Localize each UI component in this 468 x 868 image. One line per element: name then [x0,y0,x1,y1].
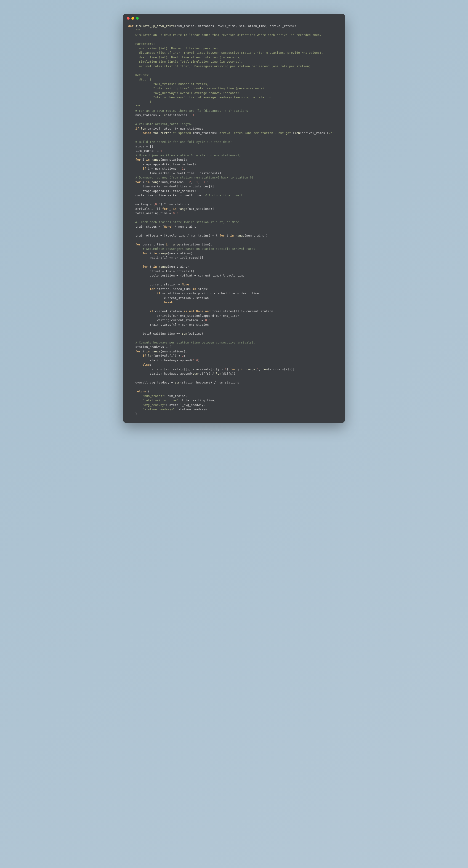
fstring: arrival rates (one per station), but got [218,131,293,134]
code-line: time_marker += dwell_time + distances[i] [150,172,221,175]
code-line: waiting[i] += arrival_rates[i] [150,256,204,259]
code-line: (num_stations): [160,350,187,353]
kw-if: if [157,291,160,295]
number: 0.0 [205,318,211,322]
params: (num_trains, distances, dwell_time, simu… [175,24,297,28]
code-line: station_headways.append( [150,359,193,362]
number: 2 [182,354,184,358]
code-line: (simulation_time): [180,243,212,246]
code-line: i [148,252,153,255]
code-line: (diffs)) [221,372,236,375]
code-line: current_time [141,243,166,246]
code-line: _ [167,207,173,211]
code-line: arrivals[current_station].append(current… [157,314,239,317]
kw-return: return [135,390,146,393]
number: 0.0 [193,359,198,362]
kw-else: else [143,363,150,366]
builtin-range: range [150,350,160,353]
kw-break: break [164,301,173,304]
kw-for: for [150,287,155,291]
fstring: ." [329,131,332,134]
code-line: (waiting) [187,332,203,335]
kw-none: None [164,225,171,228]
kw-in: in [173,207,177,211]
comment: # Track each train's state (which statio… [135,220,243,224]
kw-in: in [153,265,157,268]
builtin-len: len [139,127,146,130]
code-line: station_headways.append( [150,372,193,375]
code-line: arrivals = [[] [135,207,162,211]
code-line: station_headways = [] [135,345,173,348]
kw-for: for [135,180,141,184]
minimize-icon[interactable] [131,17,134,20]
comment: # For an up-down route, there are (len(d… [135,109,250,113]
code-line: station, sched_time [155,287,192,291]
doc-line: "num_trains": number of trains, [128,82,209,86]
doc-line: num_trains (int): Number of trains opera… [128,46,219,50]
dict-key: "num_trains" [143,394,164,398]
doc-line: simulation_time (int): Total simulation … [128,60,243,63]
number: 1 [204,180,205,184]
builtin-range: range [150,180,160,184]
dict-key: "total_waiting_time" [143,399,179,402]
comment: # Upward journey (from station 0 to stat… [135,154,241,157]
code-line: ( [255,368,257,371]
kw-none: None [194,309,204,313]
kw-in: in [146,180,150,184]
code-line: train_states[t] = current_station [150,323,209,327]
number: 0.0 [173,211,178,215]
kw-for: for [135,243,141,246]
code-line: (arrivals[i]))] [268,368,294,371]
close-icon[interactable] [127,17,130,20]
builtin-len: len [216,372,221,375]
code-line: current_station = [150,283,182,286]
doc-line: arrival_rates (list of float): Passenger… [128,64,312,68]
doc-line: Simulates an up-down route (a linear rou… [128,33,321,37]
code-line: waiting = [ [135,203,155,206]
doc-line: } [128,100,152,103]
code-line: (arrivals[i]) < [153,354,182,358]
builtin-sum: sum [182,332,187,335]
builtin-sum: sum [175,381,180,384]
kw-in: in [193,287,196,291]
code-line: train_offsets = [(cycle_time / num_train… [135,234,219,237]
kw-isnot: is not [184,309,194,313]
builtin-len: len [294,131,300,134]
comment: # Validate arrival_rates length. [135,122,192,126]
code-line: ] * num_trains [171,225,196,228]
doc-line: distances (list of int): Travel times be… [128,51,323,54]
docstring-open: """ [135,29,141,32]
code-line: train_states = [ [135,225,164,228]
code-line: (num_trains): [167,265,191,268]
kw-none: None [182,283,189,286]
doc-line: Parameters: [128,42,155,45]
code-line: ] * num_stations [160,203,189,206]
docstring-close: """ [135,104,141,108]
kw-raise: raise [143,131,152,134]
doc-line: "station_headways": list of average head… [128,96,271,99]
code-line: t [148,265,153,268]
code-line: : num_trains, [164,394,187,398]
fstring-expr: {num_stations} [193,131,218,134]
code-line: (station_headways) / num_stations [180,381,239,384]
code-line: (num_stations - [160,180,189,184]
code-line: sched_time <= cycle_position < sched_tim… [160,291,260,295]
builtin-range: range [177,207,187,211]
code-line: , - [191,180,196,184]
code-line: overall_avg_headway = [135,381,175,384]
builtin-range: range [150,158,160,161]
maximize-icon[interactable] [136,17,139,20]
doc-line: Returns: [128,73,150,77]
kw-in: in [153,252,157,255]
kw-for: for [230,368,236,371]
code-line: stops.append((i, time_marker)) [143,189,196,193]
code-line: i [141,180,146,184]
kw-for: for [135,350,141,353]
code-line: time_marker = [135,149,160,152]
number: 0 [160,149,162,152]
code-line: time_marker += dwell_time + distances[i] [143,185,214,188]
builtin-len: len [262,368,268,371]
code-line: (num_stations)] [187,207,214,211]
code-line: (diffs) / [198,372,216,375]
code-line: i [141,350,146,353]
